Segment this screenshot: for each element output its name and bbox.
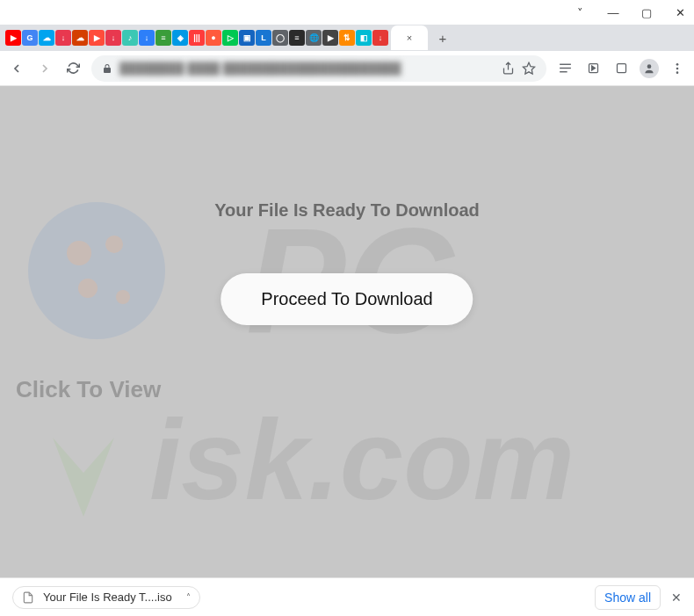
- download-chevron-icon[interactable]: ˄: [186, 592, 191, 602]
- background-tab-11[interactable]: |||: [189, 30, 205, 46]
- svg-point-13: [78, 279, 98, 298]
- background-tab-1[interactable]: G: [22, 30, 38, 46]
- background-tab-19[interactable]: ▶: [322, 30, 338, 46]
- reading-list-icon[interactable]: [555, 59, 575, 78]
- back-button[interactable]: [7, 59, 26, 78]
- background-tab-14[interactable]: ▣: [239, 30, 255, 46]
- window-minimize-button[interactable]: —: [604, 4, 622, 21]
- browser-toolbar: ████████ ████ ██████████████████████: [0, 51, 694, 86]
- svg-point-14: [116, 290, 130, 304]
- background-tab-10[interactable]: ◈: [172, 30, 188, 46]
- share-icon[interactable]: [502, 62, 515, 75]
- download-bar: Your File Is Ready T....iso ˄ Show all ✕: [0, 577, 694, 616]
- window-titlebar: ˅ — ▢ ✕: [0, 0, 694, 25]
- reload-button[interactable]: [63, 59, 83, 78]
- background-tab-8[interactable]: ↓: [139, 30, 155, 46]
- active-tab[interactable]: ×: [391, 25, 428, 50]
- extension-b-icon[interactable]: [611, 59, 631, 78]
- svg-point-12: [105, 236, 123, 253]
- svg-rect-5: [617, 64, 625, 73]
- proceed-download-button[interactable]: Proceed To Download: [220, 273, 473, 325]
- download-item[interactable]: Your File Is Ready T....iso ˄: [12, 586, 200, 609]
- window-dropdown-icon[interactable]: ˅: [571, 4, 589, 21]
- background-tab-17[interactable]: ≡: [289, 30, 305, 46]
- background-tab-2[interactable]: ☁: [39, 30, 54, 46]
- svg-marker-0: [523, 62, 534, 74]
- side-prompt-text: Click To View: [16, 376, 161, 403]
- svg-point-9: [676, 71, 679, 74]
- background-tab-20[interactable]: ⇅: [339, 30, 355, 46]
- window-maximize-button[interactable]: ▢: [638, 4, 655, 21]
- background-tab-13[interactable]: ▷: [222, 30, 238, 46]
- background-tab-4[interactable]: ☁: [72, 30, 88, 46]
- watermark-graphic: PC isk.com: [0, 86, 694, 578]
- svg-text:isk.com: isk.com: [149, 395, 575, 524]
- file-icon: [22, 591, 34, 605]
- background-tab-18[interactable]: 🌐: [306, 30, 322, 46]
- page-heading: Your File Is Ready To Download: [214, 200, 480, 221]
- show-all-downloads-button[interactable]: Show all: [595, 585, 661, 610]
- background-tab-6[interactable]: ↓: [105, 30, 121, 46]
- lock-icon: [102, 63, 112, 74]
- background-tab-12[interactable]: ●: [206, 30, 221, 46]
- tab-strip: ▶G☁↓☁▶↓♪↓≡◈|||●▷▣L◯≡🌐▶⇅◧↓ × +: [0, 25, 694, 51]
- background-tab-7[interactable]: ♪: [122, 30, 138, 46]
- background-tab-15[interactable]: L: [256, 30, 271, 46]
- forward-button[interactable]: [35, 59, 54, 78]
- background-tab-21[interactable]: ◧: [356, 30, 372, 46]
- svg-point-11: [67, 241, 91, 265]
- extension-a-icon[interactable]: [583, 59, 603, 78]
- page-content: PC isk.com Click To View Your File Is Re…: [0, 86, 694, 578]
- background-tab-0[interactable]: ▶: [5, 30, 21, 46]
- download-filename: Your File Is Ready T....iso: [43, 591, 172, 604]
- url-text: ████████ ████ ██████████████████████: [119, 62, 401, 75]
- window-close-button[interactable]: ✕: [671, 4, 689, 21]
- svg-point-8: [676, 67, 679, 69]
- svg-point-10: [28, 202, 165, 339]
- background-tab-22[interactable]: ↓: [372, 30, 388, 46]
- address-bar[interactable]: ████████ ████ ██████████████████████: [91, 55, 546, 82]
- close-tab-icon[interactable]: ×: [407, 33, 412, 43]
- svg-point-6: [647, 64, 652, 69]
- menu-button[interactable]: [668, 59, 687, 78]
- background-tab-3[interactable]: ↓: [55, 30, 71, 46]
- background-tab-5[interactable]: ▶: [89, 30, 105, 46]
- close-download-bar-button[interactable]: ✕: [671, 591, 682, 605]
- profile-avatar[interactable]: [640, 59, 659, 78]
- background-tab-9[interactable]: ≡: [155, 30, 171, 46]
- new-tab-button[interactable]: +: [432, 27, 453, 48]
- background-tab-16[interactable]: ◯: [272, 30, 288, 46]
- svg-point-7: [676, 63, 679, 66]
- star-icon[interactable]: [522, 62, 536, 76]
